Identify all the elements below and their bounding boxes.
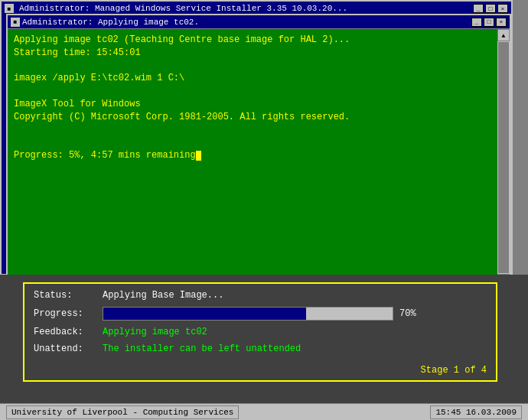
console-line6: ImageX Tool for Windows — [14, 98, 504, 111]
progress-label: Progress: — [34, 308, 103, 319]
unattend-row: Unattend: The installer can be left unat… — [34, 343, 487, 354]
progress-row: Progress: 70% — [34, 307, 487, 321]
main-window-title: Administrator: Applying image tc02. — [22, 18, 199, 27]
console-line9 — [14, 136, 504, 149]
footer-university: University of Liverpool - Computing Serv… — [11, 408, 233, 417]
console-line8 — [14, 124, 504, 137]
unattend-value: The installer can be left unattended — [103, 343, 301, 354]
footer-left: University of Liverpool - Computing Serv… — [6, 405, 239, 419]
console-line3 — [14, 60, 504, 73]
bg-window-controls[interactable]: _ □ × — [473, 4, 508, 13]
progress-percent: 70% — [399, 308, 416, 319]
feedback-row: Feedback: Applying image tc02 — [34, 327, 487, 337]
progress-container: 70% — [103, 307, 416, 321]
feedback-value: Applying image tc02 — [103, 327, 207, 337]
status-row: Status: Applying Base Image... — [34, 290, 487, 301]
main-title-left: ■ Administrator: Applying image tc02. — [11, 18, 199, 27]
status-value: Applying Base Image... — [103, 290, 223, 301]
status-box: Status: Applying Base Image... Progress:… — [23, 282, 497, 382]
console-line1: Applying image tc02 (Teaching Centre bas… — [14, 34, 504, 47]
vertical-scrollbar[interactable]: ▲ ▼ — [497, 29, 510, 286]
footer-right: 15:45 16.03.2009 — [430, 405, 522, 419]
main-close-button[interactable]: × — [496, 18, 507, 27]
bg-title-left: ■ Administrator: Managed Windows Service… — [5, 4, 347, 13]
cursor — [196, 151, 201, 161]
bg-minimize-button[interactable]: _ — [473, 4, 484, 13]
console-line5 — [14, 85, 504, 98]
main-window-icon: ■ — [11, 18, 20, 27]
status-label: Status: — [34, 290, 103, 301]
main-minimize-button[interactable]: _ — [471, 18, 482, 27]
main-maximize-button[interactable]: □ — [484, 18, 494, 27]
console-line2: Starting time: 15:45:01 — [14, 47, 504, 60]
bottom-panel: Status: Applying Base Image... Progress:… — [0, 275, 528, 420]
main-titlebar: ■ Administrator: Applying image tc02. _ … — [8, 15, 510, 29]
scroll-up-button[interactable]: ▲ — [497, 29, 510, 41]
bg-maximize-button[interactable]: □ — [485, 4, 496, 13]
console-line10: Progress: 5%, 4:57 mins remaining — [14, 149, 504, 162]
main-window-controls[interactable]: _ □ × — [471, 18, 507, 27]
scroll-thumb[interactable] — [498, 42, 509, 273]
bg-window-title: Administrator: Managed Windows Service I… — [19, 4, 347, 13]
main-window: ■ Administrator: Applying image tc02. _ … — [6, 14, 511, 288]
progress-bar-outer — [103, 307, 393, 321]
unattend-label: Unattend: — [34, 343, 103, 354]
bg-close-button[interactable]: × — [497, 4, 508, 13]
bg-window-icon: ■ — [5, 4, 14, 13]
console-line7: Copyright (C) Microsoft Corp. 1981-2005.… — [14, 111, 504, 124]
console-area: Applying image tc02 (Teaching Centre bas… — [8, 29, 510, 286]
footer-bar: University of Liverpool - Computing Serv… — [0, 403, 528, 420]
console-line4: imagex /apply E:\tc02.wim 1 C:\ — [14, 72, 504, 85]
stage-text: Stage 1 of 4 — [421, 365, 487, 376]
feedback-label: Feedback: — [34, 327, 103, 337]
footer-datetime: 15:45 16.03.2009 — [435, 408, 517, 417]
progress-bar-inner — [103, 308, 306, 320]
